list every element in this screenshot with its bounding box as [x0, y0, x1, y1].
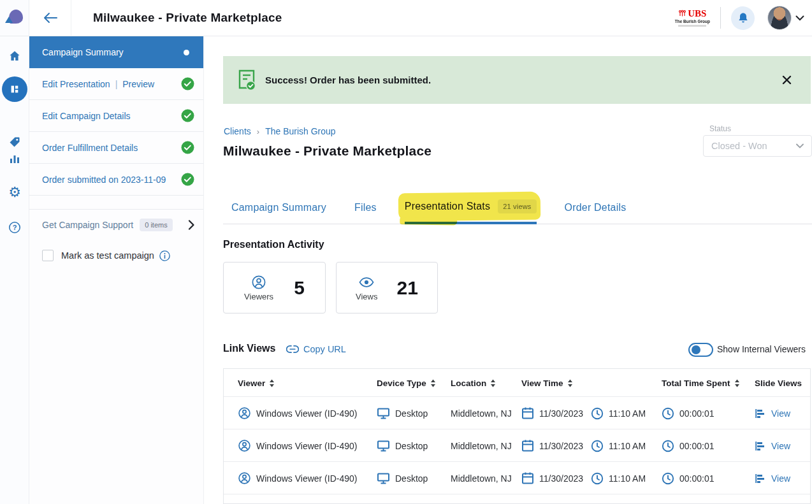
back-button[interactable] [29, 0, 71, 36]
table-row: Windows Viewer (ID-490) Desktop Middleto… [224, 462, 810, 494]
column-header-slide-views: Slide Views [755, 369, 802, 397]
tab-order-details[interactable]: Order Details [565, 191, 627, 224]
show-internal-viewers-toggle[interactable] [688, 343, 713, 357]
test-campaign-checkbox[interactable] [42, 250, 54, 261]
calendar-icon [521, 407, 534, 420]
bar-chart-icon[interactable] [0, 153, 29, 164]
view-clock-time: 11:10 AM [609, 473, 646, 484]
column-header-viewer[interactable]: Viewer [238, 369, 275, 397]
sidebar-item-edit-campaign-details[interactable]: Edit Campaign Details [29, 100, 203, 132]
sidebar-item-label: Order Fulfillment Details [42, 143, 138, 153]
user-avatar[interactable] [767, 6, 792, 30]
copy-url-button[interactable]: Copy URL [286, 344, 346, 354]
icon-rail: ⚙ ? [0, 0, 29, 504]
sidebar-item-campaign-summary[interactable]: Campaign Summary [29, 36, 203, 68]
home-icon[interactable] [0, 50, 29, 62]
tab-files[interactable]: Files [354, 191, 377, 224]
sort-icon[interactable] [734, 379, 740, 387]
edit-presentation-link[interactable]: Edit Presentation [42, 79, 110, 89]
tab-label: Order Details [565, 202, 627, 213]
views-count-badge: 21 views [498, 199, 536, 213]
sidebar-item-edit-presentation[interactable]: Edit Presentation | Preview [29, 68, 203, 100]
clock-icon [591, 472, 604, 485]
tag-icon[interactable] [0, 136, 29, 148]
column-label: Slide Views [755, 378, 802, 388]
chevron-right-icon [188, 220, 194, 230]
breadcrumb-burish-group[interactable]: The Burish Group [265, 126, 336, 136]
main-content: Success! Order has been submitted. Clien… [204, 36, 812, 504]
tab-campaign-summary[interactable]: Campaign Summary [231, 191, 326, 224]
sidebar-item-order-fulfillment[interactable]: Order Fulfillment Details [29, 132, 203, 164]
check-circle-icon [181, 173, 194, 186]
status-dropdown[interactable]: Closed - Won [703, 135, 812, 157]
column-label: Location [451, 378, 486, 388]
breadcrumb-clients[interactable]: Clients [224, 126, 251, 136]
topbar-divider [720, 7, 721, 29]
ubs-keys-icon [678, 10, 686, 17]
document-check-icon [237, 69, 256, 91]
show-internal-viewers-label: Show Internal Viewers [717, 344, 806, 354]
column-header-device-type[interactable]: Device Type [377, 369, 436, 397]
check-circle-icon [181, 77, 194, 90]
sort-icon[interactable] [490, 379, 496, 387]
view-date: 11/30/2023 [539, 441, 583, 451]
ubs-brand-name: UBS [688, 9, 706, 18]
column-label: Device Type [377, 378, 426, 388]
campaigns-icon[interactable] [2, 76, 27, 102]
view-slides-link[interactable]: View [771, 408, 790, 419]
logo-triangle-icon [5, 17, 13, 23]
sort-icon[interactable] [430, 379, 436, 387]
device-type: Desktop [395, 441, 428, 451]
label-separator: | [115, 79, 118, 89]
column-label: Total Time Spent [662, 378, 730, 388]
sidebar-item-order-submitted[interactable]: Order submitted on 2023-11-09 [29, 164, 203, 196]
person-circle-icon [238, 472, 251, 485]
svg-text:?: ? [13, 224, 17, 231]
test-campaign-label: Mark as test campaign [61, 250, 154, 261]
breadcrumb-separator: › [257, 127, 259, 136]
table-header: Viewer Device Type Location View Time To… [224, 369, 810, 397]
slide-views-chart-icon [755, 408, 766, 419]
viewer-name: Windows Viewer (ID-490) [256, 441, 357, 451]
column-label: Viewer [238, 378, 265, 388]
notifications-button[interactable] [731, 6, 755, 30]
view-date: 11/30/2023 [539, 473, 583, 484]
desktop-icon [377, 440, 390, 452]
column-header-total-time-spent[interactable]: Total Time Spent [662, 369, 740, 397]
ubs-brand-subtitle: The Burish Group [675, 20, 710, 24]
ubs-brand-logo: UBS The Burish Group [675, 9, 710, 27]
column-header-view-time[interactable]: View Time [521, 369, 573, 397]
copy-url-label: Copy URL [303, 344, 346, 354]
view-slides-link[interactable]: View [771, 441, 790, 451]
settings-gear-icon[interactable]: ⚙ [0, 185, 29, 199]
sort-icon[interactable] [269, 379, 275, 387]
view-clock-time: 11:10 AM [609, 441, 646, 451]
help-icon[interactable]: ? [0, 221, 29, 234]
ubs-brand-fineprint [678, 25, 706, 27]
chevron-down-icon [796, 143, 804, 148]
calendar-icon [521, 472, 534, 485]
views-label: Views [356, 292, 377, 301]
tab-presentation-stats[interactable]: Presentation Stats 21 views [405, 191, 537, 224]
tab-label: Presentation Stats [405, 201, 490, 212]
sidebar-item-label: Campaign Summary [42, 47, 124, 57]
info-icon[interactable] [159, 250, 170, 261]
active-step-dot [184, 50, 189, 55]
viewer-name: Windows Viewer (ID-490) [256, 473, 357, 484]
person-circle-icon [238, 407, 251, 420]
views-stat-card: Views 21 [336, 262, 438, 313]
location: Middletown, NJ [451, 473, 512, 484]
close-icon[interactable] [782, 75, 792, 85]
get-campaign-support-button[interactable]: Get Campaign Support 0 items [29, 209, 203, 240]
sort-icon[interactable] [567, 379, 573, 387]
desktop-icon [377, 407, 390, 420]
view-date: 11/30/2023 [539, 408, 583, 419]
view-slides-link[interactable]: View [771, 473, 790, 484]
app-logo[interactable] [0, 0, 29, 36]
account-chevron-down-icon[interactable] [795, 15, 804, 21]
slide-views-chart-icon [755, 473, 766, 484]
preview-link[interactable]: Preview [122, 79, 154, 89]
column-header-location[interactable]: Location [451, 369, 496, 397]
clock-icon [591, 407, 604, 420]
page-title: Milwaukee - Private Marketplace [223, 143, 431, 159]
